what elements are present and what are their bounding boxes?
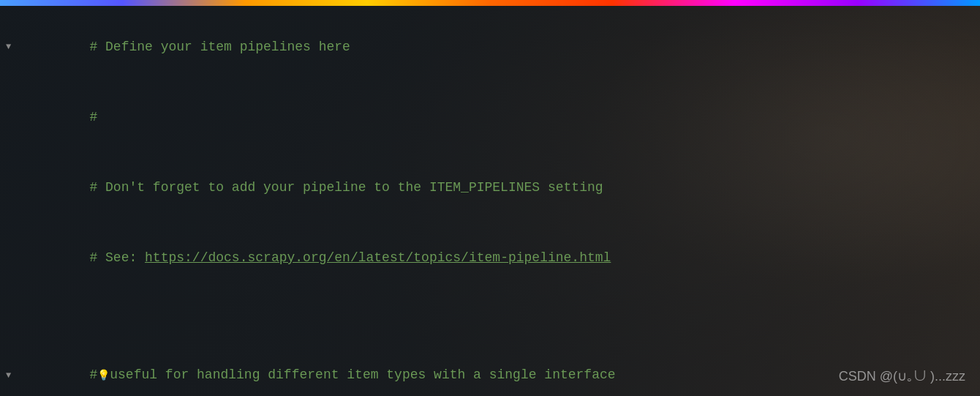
line-content-5 — [26, 293, 980, 316]
watermark: CSDN @(∪｡∪ )...zzz — [839, 368, 965, 384]
comment-3: # Don't forget to add your pipeline to t… — [89, 180, 603, 195]
lightbulb-icon: 💡 — [97, 370, 110, 381]
line-content-7: #💡useful for handling different item typ… — [26, 340, 980, 396]
code-line-6 — [0, 316, 980, 340]
code-line-5 — [0, 293, 980, 316]
comment-2: # — [89, 110, 97, 124]
code-content: ▼ # Define your item pipelines here # # … — [0, 6, 980, 396]
comment-4a: # See: — [89, 250, 145, 265]
line-content-1: # Define your item pipelines here — [26, 12, 980, 82]
fold-arrow-1[interactable]: ▼ — [6, 35, 11, 59]
gutter-7: ▼ — [6, 364, 23, 387]
code-line-1: ▼ # Define your item pipelines here — [0, 12, 980, 82]
link-4[interactable]: https://docs.scrapy.org/en/latest/topics… — [145, 250, 611, 265]
top-bar — [0, 0, 980, 6]
gutter-1: ▼ — [6, 35, 23, 59]
comment-7b: useful for handling different item types… — [110, 367, 615, 382]
comment-7a: # — [89, 367, 97, 382]
code-line-7: ▼ #💡useful for handling different item t… — [0, 340, 980, 396]
code-line-4: # See: https://docs.scrapy.org/en/latest… — [0, 223, 980, 293]
code-editor: ▼ # Define your item pipelines here # # … — [0, 0, 980, 396]
line-content-3: # Don't forget to add your pipeline to t… — [26, 152, 980, 223]
code-line-3: # Don't forget to add your pipeline to t… — [0, 152, 980, 223]
line-content-4: # See: https://docs.scrapy.org/en/latest… — [26, 223, 980, 293]
code-line-2: # — [0, 82, 980, 152]
line-content-6 — [26, 316, 980, 340]
line-content-2: # — [26, 82, 980, 152]
comment-1: # Define your item pipelines here — [89, 40, 350, 54]
fold-arrow-7[interactable]: ▼ — [6, 364, 11, 387]
